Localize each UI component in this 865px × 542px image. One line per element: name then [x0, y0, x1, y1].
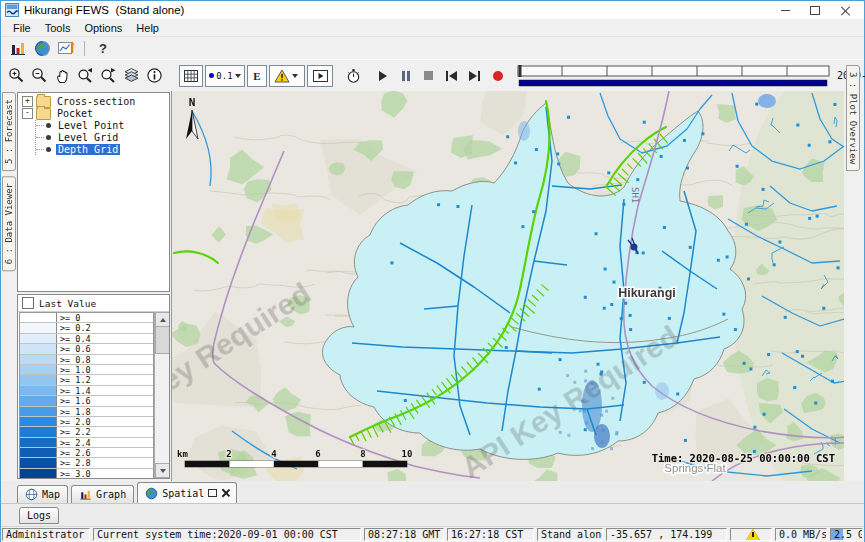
legend-row: >= 0: [20, 313, 153, 323]
info-button[interactable]: [143, 65, 166, 87]
tree-node-label[interactable]: Level Grid: [56, 132, 120, 143]
menu-tools[interactable]: Tools: [38, 21, 78, 35]
class-interval-dropdown[interactable]: 0.1: [205, 65, 245, 87]
info-icon: [146, 67, 163, 84]
zoom-previous-icon: [77, 67, 94, 84]
close-button[interactable]: [830, 2, 860, 18]
legend-scrollbar[interactable]: [154, 312, 169, 478]
legend-swatch: [20, 386, 57, 395]
timer-settings-button[interactable]: [342, 65, 365, 87]
zoom-in-button[interactable]: [5, 65, 28, 87]
legend-value: >= 1.2: [57, 375, 153, 384]
timeseries-display-button[interactable]: [54, 38, 78, 58]
skip-to-end-icon: [469, 71, 480, 81]
grid-toggle-button[interactable]: [179, 65, 203, 87]
menu-options[interactable]: Options: [77, 21, 129, 35]
tree-node-level-grid[interactable]: Level Grid: [36, 131, 169, 143]
main-area: 5 : Forecast 6 : Data Viewer + Cross-sec…: [1, 91, 864, 481]
layers-icon: [123, 67, 140, 84]
tree-node-label-selected[interactable]: Depth Grid: [56, 144, 120, 155]
legend-swatch: [20, 407, 57, 416]
tab-label: Spatial: [162, 488, 204, 499]
scroll-down-button[interactable]: [155, 463, 170, 478]
scroll-up-button[interactable]: [155, 312, 170, 327]
explorer-button[interactable]: [6, 38, 30, 58]
legend-swatch: [20, 334, 57, 343]
menu-help[interactable]: Help: [129, 21, 166, 35]
legend-swatch: [20, 438, 57, 447]
pause-button[interactable]: [394, 65, 417, 87]
tree-node-label[interactable]: Level Point: [56, 120, 126, 131]
tab-plot-overview[interactable]: 3 : Plot Overview: [846, 65, 860, 171]
interval-value: 0.1: [216, 71, 232, 81]
step-forward-button[interactable]: [463, 65, 486, 87]
chevron-down-icon: [292, 74, 298, 81]
legend-swatch: [20, 448, 57, 457]
status-warning-indicator[interactable]: [730, 528, 772, 541]
expand-toggle-icon[interactable]: +: [22, 96, 33, 107]
thresholds-dropdown[interactable]: [269, 65, 305, 87]
next-zoom-button[interactable]: [97, 65, 120, 87]
legend-row: >= 0.4: [20, 334, 153, 344]
tree-node-depth-grid[interactable]: Depth Grid: [36, 143, 169, 155]
zoom-out-button[interactable]: [28, 65, 51, 87]
tab-map[interactable]: Map: [17, 485, 68, 503]
step-back-button[interactable]: [440, 65, 463, 87]
legend-value: >= 1.4: [57, 386, 153, 395]
zoom-in-icon: [8, 67, 25, 84]
layers-button[interactable]: [120, 65, 143, 87]
legend-header: Last Value: [18, 295, 169, 312]
legend-swatch: [20, 355, 57, 364]
close-tab-icon[interactable]: [221, 489, 229, 497]
tree-node-level-point[interactable]: Level Point: [36, 120, 169, 132]
help-button[interactable]: ?: [91, 41, 115, 56]
record-button[interactable]: [486, 65, 509, 87]
legend-value: >= 0.6: [57, 344, 153, 353]
last-value-checkbox[interactable]: [22, 297, 34, 309]
editor-button[interactable]: E: [247, 65, 267, 87]
tab-graph[interactable]: Graph: [71, 485, 134, 503]
legend-row: >= 2.0: [20, 417, 153, 427]
status-bar: AdministratorCurrent system time:2020-09…: [1, 526, 864, 542]
chevron-down-icon: [235, 74, 241, 81]
minimize-button[interactable]: [770, 2, 800, 18]
editor-label: E: [253, 70, 260, 82]
layer-tree: + Cross-section - Pocket Level Point: [17, 92, 170, 292]
previous-zoom-button[interactable]: [74, 65, 97, 87]
logs-button[interactable]: Logs: [19, 507, 59, 524]
tab-spatial-active[interactable]: Spatial: [137, 482, 237, 503]
legend-swatch: [20, 396, 57, 405]
legend-swatch: [20, 417, 57, 426]
time-slider[interactable]: [517, 63, 831, 89]
scrollbar-thumb[interactable]: [155, 326, 170, 354]
collapse-toggle-icon[interactable]: -: [22, 108, 33, 119]
toolbar-separator: [84, 41, 85, 56]
tab-forecast[interactable]: 5 : Forecast: [2, 92, 16, 171]
main-toolbar: ?: [1, 37, 864, 59]
map-display-button[interactable]: [30, 38, 54, 58]
record-icon: [493, 71, 503, 81]
pan-button[interactable]: [51, 65, 74, 87]
restore-tab-icon[interactable]: [208, 489, 217, 497]
menu-file[interactable]: File: [6, 21, 38, 35]
tree-node-label[interactable]: Cross-section: [55, 96, 137, 107]
tab-data-viewer[interactable]: 6 : Data Viewer: [2, 176, 16, 271]
play-button[interactable]: [371, 65, 394, 87]
animation-export-button[interactable]: [307, 65, 333, 87]
warning-triangle-icon: [274, 68, 290, 84]
timeseries-chart-icon: [57, 39, 75, 57]
stop-button[interactable]: [417, 65, 440, 87]
legend-value: >= 1.0: [57, 365, 153, 374]
layer-bullet-icon: [46, 147, 51, 152]
map-view[interactable]: SH1 API Key Required API Key Required Hi…: [171, 91, 844, 481]
legend-swatch: [20, 469, 57, 478]
legend-swatch: [20, 375, 57, 384]
legend-value: >= 0.2: [57, 323, 153, 332]
maximize-button[interactable]: [800, 2, 830, 18]
tree-node-pocket[interactable]: - Pocket: [22, 108, 169, 120]
legend-swatch: [20, 313, 57, 322]
status-system-time: Current system time:2020-09-01 00:00 CST: [93, 528, 361, 541]
layer-bullet-icon: [46, 135, 51, 140]
tree-node-label[interactable]: Pocket: [55, 108, 95, 119]
legend-swatch: [20, 323, 57, 332]
